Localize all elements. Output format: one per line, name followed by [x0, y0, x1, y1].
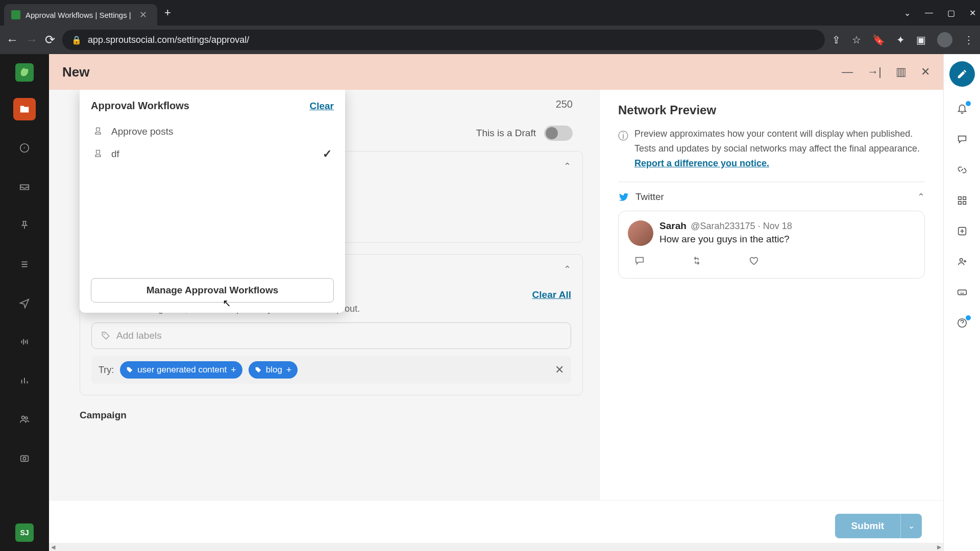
tweet-author-name: Sarah: [659, 220, 687, 231]
bookmark-icon[interactable]: ☆: [852, 34, 861, 46]
browser-tab-strip: Approval Workflows | Settings | ✕ + ⌄ — …: [0, 0, 980, 26]
keyboard-icon[interactable]: [957, 287, 968, 301]
twitter-icon: [618, 191, 629, 203]
popover-title: Approval Workflows: [91, 100, 189, 112]
plus-icon: +: [231, 365, 236, 375]
report-difference-link[interactable]: Report a difference you notice.: [634, 158, 769, 168]
lock-icon: 🔒: [71, 35, 82, 45]
tweet-handle: @Sarah233175 · Nov 18: [691, 221, 792, 231]
close-window-icon[interactable]: ✕: [969, 8, 976, 18]
like-icon[interactable]: [748, 255, 760, 269]
suggested-chip[interactable]: user generated content +: [120, 361, 242, 379]
compose-form-column: 250 This is a Draft ⌃: [49, 90, 599, 500]
compose-fab[interactable]: [949, 61, 975, 87]
nav-camera[interactable]: [13, 447, 36, 469]
reply-icon[interactable]: [634, 255, 645, 269]
workflow-label: Approve posts: [111, 126, 332, 137]
send-icon: [19, 297, 30, 309]
menu-icon[interactable]: ⋮: [964, 34, 974, 46]
scroll-left-icon[interactable]: ◀: [49, 544, 57, 550]
try-label: Try:: [99, 365, 114, 375]
maximize-icon[interactable]: ▢: [947, 8, 955, 18]
suggested-chip[interactable]: blog +: [249, 361, 298, 379]
share-icon[interactable]: ⇪: [832, 34, 841, 46]
svg-point-5: [104, 334, 105, 335]
camera-icon: [19, 453, 30, 464]
manage-workflows-button[interactable]: Manage Approval Workflows: [91, 278, 334, 303]
workflow-label: df: [111, 148, 314, 160]
twitter-preview-header[interactable]: Twitter ⌃: [618, 191, 925, 203]
close-compose-icon[interactable]: ✕: [921, 65, 930, 79]
app-logo[interactable]: [15, 63, 34, 82]
browser-tab[interactable]: Approval Workflows | Settings | ✕: [4, 4, 157, 26]
nav-people[interactable]: [13, 408, 36, 431]
tabs-dropdown-icon[interactable]: ⌄: [904, 8, 911, 18]
tweet-avatar: [628, 220, 653, 246]
labels-input[interactable]: Add labels: [91, 322, 571, 349]
user-avatar[interactable]: SJ: [15, 523, 34, 542]
tag-icon: [101, 331, 110, 340]
close-tab-icon[interactable]: ✕: [136, 8, 150, 21]
chip-label: user generated content: [137, 365, 227, 375]
profile-avatar[interactable]: [937, 32, 952, 47]
chevron-up-icon: ⌃: [564, 161, 571, 172]
panels-icon[interactable]: ▥: [896, 65, 906, 79]
expand-right-icon[interactable]: →|: [867, 65, 881, 79]
notifications-icon[interactable]: [957, 103, 968, 117]
tag-icon[interactable]: 🔖: [872, 34, 885, 46]
help-icon[interactable]: [957, 317, 968, 332]
submit-dropdown[interactable]: ⌄: [900, 514, 922, 538]
back-button[interactable]: ←: [6, 33, 18, 47]
nav-send[interactable]: [13, 292, 36, 314]
add-user-icon[interactable]: [957, 256, 968, 270]
extensions-icon[interactable]: ✦: [896, 34, 905, 46]
nav-reports[interactable]: [13, 369, 36, 392]
check-icon: ✓: [323, 147, 332, 161]
toggle-knob: [546, 127, 558, 139]
dismiss-suggestions-icon[interactable]: ✕: [555, 363, 564, 377]
url-field[interactable]: 🔒 app.sproutsocial.com/settings/approval…: [62, 30, 825, 50]
submit-button[interactable]: Submit: [835, 514, 900, 538]
preview-column: Network Preview ⓘ Preview approximates h…: [599, 90, 943, 500]
nav-inbox[interactable]: [13, 176, 36, 198]
chat-icon[interactable]: [957, 134, 968, 148]
minimize-compose-icon[interactable]: —: [842, 65, 853, 79]
workflow-option[interactable]: df ✓: [91, 142, 334, 166]
apps-icon[interactable]: [957, 195, 968, 209]
approval-workflows-popover: Approval Workflows Clear Approve posts d…: [80, 90, 345, 313]
nav-audio[interactable]: [13, 331, 36, 353]
reload-button[interactable]: ⟳: [45, 33, 55, 47]
add-icon[interactable]: [957, 226, 968, 240]
clear-all-link[interactable]: Clear All: [532, 289, 571, 300]
horizontal-scrollbar[interactable]: ◀ ▶: [49, 543, 943, 551]
nav-pin[interactable]: [13, 214, 36, 237]
stamp-icon: [93, 149, 103, 159]
retweet-icon[interactable]: [691, 255, 702, 269]
nav-list[interactable]: [13, 253, 36, 276]
nav-publishing[interactable]: [13, 98, 36, 120]
scroll-right-icon[interactable]: ▶: [935, 544, 943, 550]
tweet-actions: [628, 255, 915, 269]
draft-toggle[interactable]: [544, 126, 573, 141]
svg-rect-8: [958, 202, 961, 205]
compose-header-actions: — →| ▥ ✕: [842, 65, 930, 79]
side-panel-icon[interactable]: ▣: [916, 34, 926, 46]
notification-dot: [966, 101, 971, 106]
tag-icon: [255, 366, 262, 373]
campaign-title: Campaign: [80, 407, 583, 431]
people-icon: [19, 414, 30, 425]
chart-icon: [19, 375, 30, 386]
link-icon[interactable]: [957, 164, 968, 179]
cursor-icon: ↖: [223, 297, 231, 309]
nav-compass[interactable]: [13, 137, 36, 159]
popover-spacer: [91, 166, 334, 278]
favicon-icon: [11, 10, 20, 19]
left-nav-rail: SJ: [0, 54, 49, 551]
plus-icon: +: [286, 365, 292, 375]
compose-body: 250 This is a Draft ⌃: [49, 90, 943, 500]
compass-icon: [19, 142, 30, 154]
minimize-icon[interactable]: —: [925, 8, 933, 17]
new-tab-button[interactable]: +: [164, 6, 171, 19]
workflow-option[interactable]: Approve posts: [91, 121, 334, 142]
popover-clear-link[interactable]: Clear: [309, 101, 334, 112]
